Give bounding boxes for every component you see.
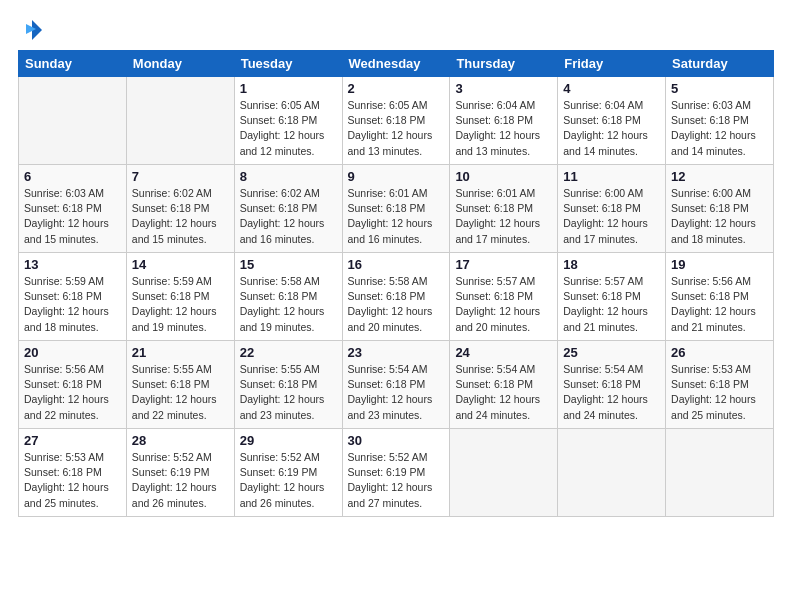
- calendar-cell: 21Sunrise: 5:55 AM Sunset: 6:18 PM Dayli…: [126, 341, 234, 429]
- day-number: 27: [24, 433, 121, 448]
- day-info: Sunrise: 5:57 AM Sunset: 6:18 PM Dayligh…: [455, 274, 552, 335]
- day-info: Sunrise: 6:00 AM Sunset: 6:18 PM Dayligh…: [563, 186, 660, 247]
- day-info: Sunrise: 5:55 AM Sunset: 6:18 PM Dayligh…: [240, 362, 337, 423]
- calendar-cell: 20Sunrise: 5:56 AM Sunset: 6:18 PM Dayli…: [19, 341, 127, 429]
- day-info: Sunrise: 5:52 AM Sunset: 6:19 PM Dayligh…: [348, 450, 445, 511]
- day-info: Sunrise: 5:56 AM Sunset: 6:18 PM Dayligh…: [671, 274, 768, 335]
- day-info: Sunrise: 5:54 AM Sunset: 6:18 PM Dayligh…: [563, 362, 660, 423]
- day-info: Sunrise: 6:04 AM Sunset: 6:18 PM Dayligh…: [563, 98, 660, 159]
- calendar-cell: 7Sunrise: 6:02 AM Sunset: 6:18 PM Daylig…: [126, 165, 234, 253]
- day-info: Sunrise: 6:05 AM Sunset: 6:18 PM Dayligh…: [240, 98, 337, 159]
- calendar-cell: [126, 77, 234, 165]
- day-info: Sunrise: 6:00 AM Sunset: 6:18 PM Dayligh…: [671, 186, 768, 247]
- calendar-cell: [558, 429, 666, 517]
- calendar-cell: 24Sunrise: 5:54 AM Sunset: 6:18 PM Dayli…: [450, 341, 558, 429]
- weekday-header-row: SundayMondayTuesdayWednesdayThursdayFrid…: [19, 51, 774, 77]
- day-number: 5: [671, 81, 768, 96]
- day-info: Sunrise: 5:59 AM Sunset: 6:18 PM Dayligh…: [24, 274, 121, 335]
- calendar-cell: 12Sunrise: 6:00 AM Sunset: 6:18 PM Dayli…: [666, 165, 774, 253]
- day-info: Sunrise: 6:03 AM Sunset: 6:18 PM Dayligh…: [671, 98, 768, 159]
- day-number: 25: [563, 345, 660, 360]
- day-info: Sunrise: 5:52 AM Sunset: 6:19 PM Dayligh…: [132, 450, 229, 511]
- calendar-cell: 16Sunrise: 5:58 AM Sunset: 6:18 PM Dayli…: [342, 253, 450, 341]
- day-number: 7: [132, 169, 229, 184]
- day-info: Sunrise: 5:54 AM Sunset: 6:18 PM Dayligh…: [455, 362, 552, 423]
- calendar-week-row: 20Sunrise: 5:56 AM Sunset: 6:18 PM Dayli…: [19, 341, 774, 429]
- day-info: Sunrise: 6:04 AM Sunset: 6:18 PM Dayligh…: [455, 98, 552, 159]
- day-info: Sunrise: 5:52 AM Sunset: 6:19 PM Dayligh…: [240, 450, 337, 511]
- calendar-cell: [19, 77, 127, 165]
- day-info: Sunrise: 6:05 AM Sunset: 6:18 PM Dayligh…: [348, 98, 445, 159]
- day-number: 15: [240, 257, 337, 272]
- day-number: 17: [455, 257, 552, 272]
- calendar-cell: 22Sunrise: 5:55 AM Sunset: 6:18 PM Dayli…: [234, 341, 342, 429]
- day-number: 9: [348, 169, 445, 184]
- day-number: 4: [563, 81, 660, 96]
- calendar-cell: 6Sunrise: 6:03 AM Sunset: 6:18 PM Daylig…: [19, 165, 127, 253]
- calendar-cell: 13Sunrise: 5:59 AM Sunset: 6:18 PM Dayli…: [19, 253, 127, 341]
- calendar-cell: 8Sunrise: 6:02 AM Sunset: 6:18 PM Daylig…: [234, 165, 342, 253]
- calendar-cell: 27Sunrise: 5:53 AM Sunset: 6:18 PM Dayli…: [19, 429, 127, 517]
- logo: [18, 18, 42, 40]
- day-number: 11: [563, 169, 660, 184]
- calendar-cell: [450, 429, 558, 517]
- day-info: Sunrise: 5:53 AM Sunset: 6:18 PM Dayligh…: [671, 362, 768, 423]
- day-info: Sunrise: 5:54 AM Sunset: 6:18 PM Dayligh…: [348, 362, 445, 423]
- calendar-cell: 25Sunrise: 5:54 AM Sunset: 6:18 PM Dayli…: [558, 341, 666, 429]
- calendar-cell: 19Sunrise: 5:56 AM Sunset: 6:18 PM Dayli…: [666, 253, 774, 341]
- calendar-cell: 3Sunrise: 6:04 AM Sunset: 6:18 PM Daylig…: [450, 77, 558, 165]
- calendar-cell: 30Sunrise: 5:52 AM Sunset: 6:19 PM Dayli…: [342, 429, 450, 517]
- weekday-header-sunday: Sunday: [19, 51, 127, 77]
- day-number: 6: [24, 169, 121, 184]
- day-number: 22: [240, 345, 337, 360]
- day-number: 23: [348, 345, 445, 360]
- day-info: Sunrise: 5:56 AM Sunset: 6:18 PM Dayligh…: [24, 362, 121, 423]
- calendar-cell: 28Sunrise: 5:52 AM Sunset: 6:19 PM Dayli…: [126, 429, 234, 517]
- day-number: 16: [348, 257, 445, 272]
- day-number: 28: [132, 433, 229, 448]
- day-number: 20: [24, 345, 121, 360]
- day-number: 14: [132, 257, 229, 272]
- calendar-week-row: 1Sunrise: 6:05 AM Sunset: 6:18 PM Daylig…: [19, 77, 774, 165]
- calendar-cell: 5Sunrise: 6:03 AM Sunset: 6:18 PM Daylig…: [666, 77, 774, 165]
- calendar-cell: 2Sunrise: 6:05 AM Sunset: 6:18 PM Daylig…: [342, 77, 450, 165]
- day-info: Sunrise: 6:02 AM Sunset: 6:18 PM Dayligh…: [132, 186, 229, 247]
- page: SundayMondayTuesdayWednesdayThursdayFrid…: [0, 0, 792, 612]
- weekday-header-friday: Friday: [558, 51, 666, 77]
- day-info: Sunrise: 5:57 AM Sunset: 6:18 PM Dayligh…: [563, 274, 660, 335]
- calendar-cell: 29Sunrise: 5:52 AM Sunset: 6:19 PM Dayli…: [234, 429, 342, 517]
- day-number: 29: [240, 433, 337, 448]
- day-number: 13: [24, 257, 121, 272]
- day-info: Sunrise: 6:01 AM Sunset: 6:18 PM Dayligh…: [455, 186, 552, 247]
- calendar-cell: 26Sunrise: 5:53 AM Sunset: 6:18 PM Dayli…: [666, 341, 774, 429]
- calendar-cell: 9Sunrise: 6:01 AM Sunset: 6:18 PM Daylig…: [342, 165, 450, 253]
- day-number: 24: [455, 345, 552, 360]
- calendar-cell: 1Sunrise: 6:05 AM Sunset: 6:18 PM Daylig…: [234, 77, 342, 165]
- day-number: 3: [455, 81, 552, 96]
- day-number: 21: [132, 345, 229, 360]
- day-number: 10: [455, 169, 552, 184]
- day-number: 18: [563, 257, 660, 272]
- header: [18, 18, 774, 40]
- calendar-cell: 23Sunrise: 5:54 AM Sunset: 6:18 PM Dayli…: [342, 341, 450, 429]
- day-number: 30: [348, 433, 445, 448]
- day-info: Sunrise: 5:58 AM Sunset: 6:18 PM Dayligh…: [348, 274, 445, 335]
- calendar-cell: 17Sunrise: 5:57 AM Sunset: 6:18 PM Dayli…: [450, 253, 558, 341]
- day-number: 2: [348, 81, 445, 96]
- calendar-table: SundayMondayTuesdayWednesdayThursdayFrid…: [18, 50, 774, 517]
- calendar-week-row: 13Sunrise: 5:59 AM Sunset: 6:18 PM Dayli…: [19, 253, 774, 341]
- day-info: Sunrise: 5:58 AM Sunset: 6:18 PM Dayligh…: [240, 274, 337, 335]
- weekday-header-tuesday: Tuesday: [234, 51, 342, 77]
- day-number: 1: [240, 81, 337, 96]
- day-info: Sunrise: 5:55 AM Sunset: 6:18 PM Dayligh…: [132, 362, 229, 423]
- weekday-header-monday: Monday: [126, 51, 234, 77]
- day-number: 19: [671, 257, 768, 272]
- day-number: 26: [671, 345, 768, 360]
- calendar-cell: 14Sunrise: 5:59 AM Sunset: 6:18 PM Dayli…: [126, 253, 234, 341]
- day-number: 8: [240, 169, 337, 184]
- day-info: Sunrise: 6:01 AM Sunset: 6:18 PM Dayligh…: [348, 186, 445, 247]
- calendar-cell: 18Sunrise: 5:57 AM Sunset: 6:18 PM Dayli…: [558, 253, 666, 341]
- calendar-cell: 10Sunrise: 6:01 AM Sunset: 6:18 PM Dayli…: [450, 165, 558, 253]
- day-number: 12: [671, 169, 768, 184]
- day-info: Sunrise: 6:03 AM Sunset: 6:18 PM Dayligh…: [24, 186, 121, 247]
